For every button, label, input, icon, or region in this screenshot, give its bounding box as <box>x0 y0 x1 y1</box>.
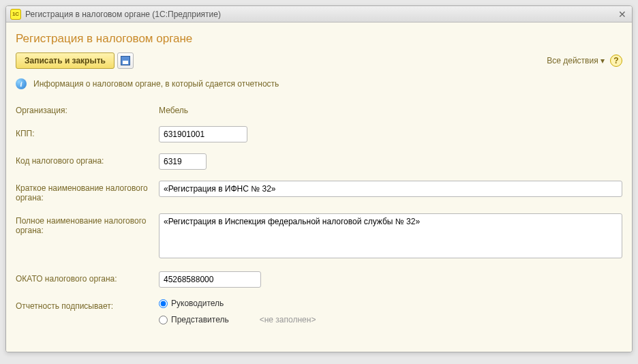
all-actions-dropdown[interactable]: Все действия ▾ <box>547 56 605 65</box>
titlebar: 1С Регистрация в налоговом органе (1С:Пр… <box>6 6 632 22</box>
signer-rep-radio[interactable] <box>159 316 168 324</box>
short-name-label: Краткое наименование налогового органа: <box>16 181 159 202</box>
window-title: Регистрация в налоговом органе (1С:Предп… <box>25 10 613 19</box>
signer-rep-label: Представитель <box>171 315 229 324</box>
help-button[interactable]: ? <box>610 55 622 67</box>
info-text: Информация о налоговом органе, в который… <box>33 79 279 89</box>
kpp-label: КПП: <box>16 126 159 138</box>
page-title: Регистрация в налоговом органе <box>16 32 622 46</box>
close-icon[interactable]: ✕ <box>617 9 628 20</box>
info-icon: i <box>16 78 27 89</box>
short-name-input[interactable] <box>159 181 622 197</box>
signer-label: Отчетность подписывает: <box>16 299 159 311</box>
signer-head-label: Руководитель <box>171 299 224 308</box>
full-name-label: Полное наименование налогового органа: <box>16 213 159 235</box>
tax-code-label: Код налогового органа: <box>16 153 159 166</box>
content-area: Регистрация в налоговом органе Записать … <box>6 22 632 352</box>
tax-code-input[interactable] <box>159 153 207 170</box>
signer-head-radio[interactable] <box>159 299 168 308</box>
okato-label: ОКАТО налогового органа: <box>16 271 159 284</box>
app-window: 1С Регистрация в налоговом органе (1С:Пр… <box>5 5 633 352</box>
organization-label: Организация: <box>16 103 159 115</box>
save-and-close-button[interactable]: Записать и закрыть <box>16 52 115 69</box>
kpp-input[interactable] <box>159 126 247 142</box>
organization-value: Мебель <box>159 103 188 115</box>
save-button[interactable] <box>117 52 134 69</box>
toolbar: Записать и закрыть Все действия ▾ ? <box>16 52 622 69</box>
okato-input[interactable] <box>159 271 261 288</box>
info-banner: i Информация о налоговом органе, в котор… <box>16 78 622 89</box>
signer-rep-placeholder: <не заполнен> <box>260 315 316 324</box>
disk-icon <box>121 56 130 65</box>
full-name-textarea[interactable] <box>159 213 622 258</box>
app-icon: 1С <box>10 9 21 20</box>
